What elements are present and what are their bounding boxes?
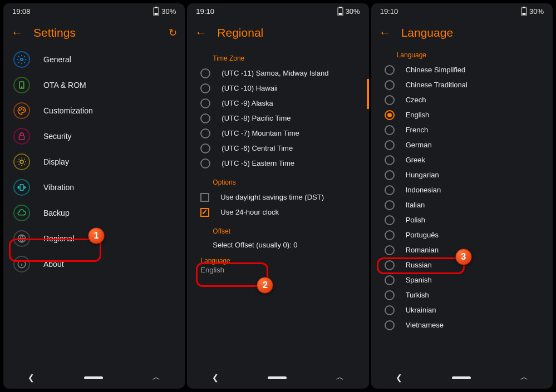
- svg-point-6: [19, 110, 21, 111]
- tz-option[interactable]: (UTC -6) Central Time: [187, 141, 368, 156]
- svg-point-7: [21, 108, 22, 110]
- info-icon: [13, 256, 30, 272]
- section-offset: Offset: [187, 220, 368, 239]
- settings-item-customization[interactable]: Customization: [3, 98, 185, 123]
- offset-value[interactable]: Select Offset (usually 0): 0: [187, 239, 368, 256]
- radio-icon: [200, 113, 210, 123]
- language-label: English: [406, 111, 430, 119]
- language-label: French: [406, 126, 428, 134]
- back-button[interactable]: ←: [379, 26, 391, 40]
- radio-icon: [200, 128, 210, 138]
- label: Vibration: [43, 183, 74, 192]
- radio-icon: [385, 125, 395, 135]
- language-option[interactable]: Chinese Traditional: [371, 77, 553, 92]
- label: Regional: [43, 234, 74, 243]
- language-option[interactable]: Vietnamese: [371, 317, 553, 333]
- checkbox-icon: [200, 208, 209, 217]
- radio-icon: [385, 140, 395, 150]
- battery-pct: 30%: [529, 7, 544, 16]
- header: ← Language: [371, 19, 553, 47]
- radio-icon: [200, 68, 210, 78]
- language-option[interactable]: Italian: [371, 197, 553, 212]
- badge-2: 2: [257, 277, 273, 294]
- back-button[interactable]: ←: [11, 26, 23, 40]
- label: General: [43, 55, 71, 64]
- nav-back[interactable]: ❮: [396, 373, 402, 382]
- tz-option[interactable]: (UTC -10) Hawaii: [187, 81, 368, 96]
- back-button[interactable]: ←: [195, 26, 207, 40]
- settings-item-display[interactable]: Display: [3, 149, 185, 175]
- status-bar: 19:10 30%: [371, 3, 553, 19]
- language-option[interactable]: German: [371, 137, 553, 152]
- status-time: 19:10: [196, 7, 214, 16]
- nav-back[interactable]: ❮: [28, 373, 35, 382]
- tz-option[interactable]: (UTC -9) Alaska: [187, 96, 368, 111]
- tz-option[interactable]: (UTC -8) Pacific Time: [187, 111, 368, 126]
- nav-recent[interactable]: ︿: [336, 373, 344, 383]
- nav-home[interactable]: [452, 376, 471, 379]
- radio-icon: [385, 80, 395, 90]
- language-option[interactable]: Chinese Simplified: [371, 62, 553, 77]
- scroll-indicator: [367, 79, 369, 109]
- radio-icon: [200, 158, 210, 168]
- language-option[interactable]: French: [371, 122, 553, 137]
- nav-recent[interactable]: ︿: [520, 373, 528, 383]
- language-label: Turkish: [406, 291, 429, 299]
- settings-item-about[interactable]: About: [3, 251, 185, 277]
- language-option[interactable]: Turkish: [371, 287, 553, 302]
- chip-icon: [13, 77, 30, 93]
- language-label: Italian: [406, 201, 425, 209]
- language-option[interactable]: Spanish: [371, 272, 553, 287]
- battery-pct: 30%: [161, 7, 176, 16]
- settings-item-backup[interactable]: Backup: [3, 200, 185, 226]
- language-label: Chinese Simplified: [406, 66, 466, 74]
- nav-recent[interactable]: ︿: [152, 373, 160, 383]
- option-dst[interactable]: Use daylight savings time (DST): [187, 190, 368, 205]
- radio-icon: [385, 200, 395, 210]
- language-option[interactable]: Polish: [371, 212, 553, 227]
- settings-item-security[interactable]: Security: [3, 123, 185, 149]
- language-value: English: [200, 266, 355, 274]
- palette-icon: [13, 102, 30, 119]
- language-label: Russian: [406, 261, 432, 269]
- badge-1: 1: [88, 227, 105, 244]
- battery-icon: [153, 7, 159, 16]
- settings-item-general[interactable]: General: [3, 47, 185, 72]
- globe-icon: [13, 230, 30, 247]
- language-option[interactable]: Greek: [371, 152, 553, 167]
- nav-home[interactable]: [268, 376, 287, 379]
- language-label: Czech: [406, 96, 426, 104]
- radio-icon: [385, 305, 395, 315]
- radio-icon: [385, 320, 395, 330]
- svg-point-10: [20, 160, 23, 163]
- language-option[interactable]: Hungarian: [371, 167, 553, 182]
- language-option[interactable]: Indonesian: [371, 182, 553, 197]
- nav-home[interactable]: [84, 376, 103, 379]
- language-label: Greek: [406, 156, 425, 164]
- opt-label: Use 24-hour clock: [220, 208, 279, 216]
- language-block[interactable]: Language English: [187, 256, 368, 279]
- option-24h[interactable]: Use 24-hour clock: [187, 205, 368, 220]
- refresh-button[interactable]: ↻: [169, 27, 177, 39]
- cloud-icon: [13, 205, 30, 221]
- language-option[interactable]: Czech: [371, 92, 553, 107]
- settings-item-ota[interactable]: OTA & ROM: [3, 72, 185, 98]
- tz-label: (UTC -5) Eastern Time: [222, 159, 294, 167]
- radio-icon: [385, 230, 395, 240]
- tz-option[interactable]: (UTC -5) Eastern Time: [187, 156, 368, 171]
- language-option[interactable]: Português: [371, 227, 553, 242]
- radio-icon: [385, 65, 395, 75]
- tz-option[interactable]: (UTC -11) Samoa, Midway Island: [187, 66, 368, 81]
- language-option[interactable]: English: [371, 107, 553, 122]
- nav-back[interactable]: ❮: [212, 373, 219, 382]
- radio-icon: [200, 98, 210, 108]
- radio-icon: [385, 185, 395, 195]
- language-list: Language Chinese SimplifiedChinese Tradi…: [371, 47, 553, 366]
- settings-item-vibration[interactable]: Vibration: [3, 175, 185, 200]
- radio-icon: [385, 110, 395, 120]
- language-option[interactable]: Ukrainian: [371, 302, 553, 317]
- battery-icon: [521, 7, 527, 16]
- header: ← Regional: [187, 19, 368, 47]
- gear-icon: [13, 51, 30, 68]
- tz-option[interactable]: (UTC -7) Mountain Time: [187, 126, 368, 141]
